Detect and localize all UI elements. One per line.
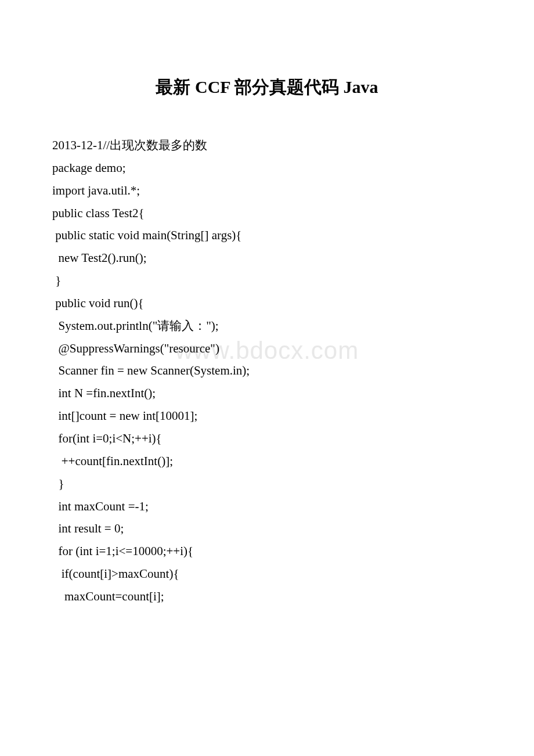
code-line: }: [52, 269, 482, 292]
code-line: int[]count = new int[10001];: [52, 405, 482, 427]
code-line: if(count[i]>maxCount){: [52, 563, 482, 585]
code-line: }: [52, 473, 482, 495]
code-line: @SuppressWarnings("resource"): [52, 337, 482, 360]
document-title: 最新 CCF 部分真题代码 Java: [52, 75, 482, 99]
code-line: 2013-12-1//出现次数最多的数: [52, 134, 482, 157]
code-line: public class Test2{: [52, 202, 482, 225]
code-line: public static void main(String[] args){: [52, 224, 482, 247]
code-line: new Test2().run();: [52, 247, 482, 269]
code-line: for (int i=1;i<=10000;++i){: [52, 540, 482, 563]
code-block: 2013-12-1//出现次数最多的数 package demo; import…: [52, 134, 482, 608]
code-line: ++count[fin.nextInt()];: [52, 450, 482, 473]
code-line: int N =fin.nextInt();: [52, 382, 482, 405]
code-line: int result = 0;: [52, 517, 482, 540]
code-line: Scanner fin = new Scanner(System.in);: [52, 359, 482, 382]
code-line: import java.util.*;: [52, 179, 482, 202]
code-line: package demo;: [52, 157, 482, 179]
document-content: 最新 CCF 部分真题代码 Java 2013-12-1//出现次数最多的数 p…: [52, 75, 482, 608]
code-line: int maxCount =-1;: [52, 495, 482, 518]
code-line: public void run(){: [52, 292, 482, 315]
code-line: maxCount=count[i];: [52, 585, 482, 608]
code-line: for(int i=0;i<N;++i){: [52, 427, 482, 450]
code-line: System.out.println("请输入：");: [52, 315, 482, 337]
